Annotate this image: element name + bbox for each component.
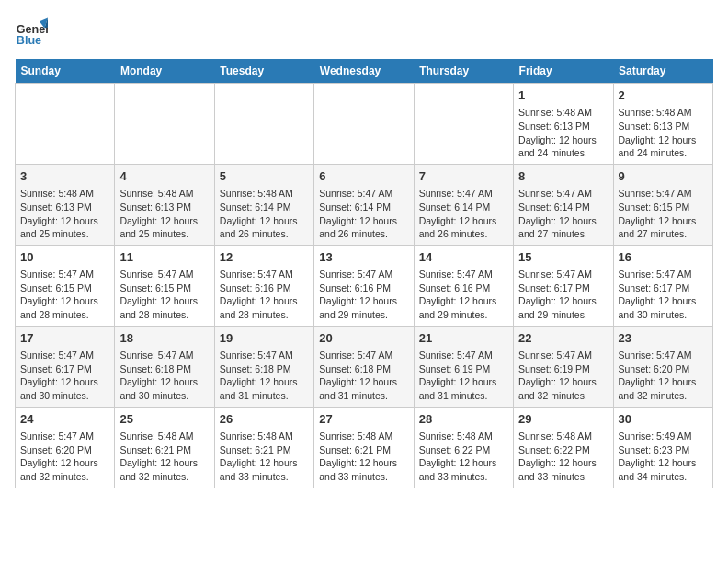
cell-content: Sunrise: 5:47 AM — [419, 349, 508, 362]
day-number: 11 — [119, 249, 209, 266]
cell-content: Daylight: 12 hours and 27 minutes. — [619, 214, 708, 241]
cell-content: Sunset: 6:16 PM — [319, 282, 408, 295]
cell-content: Sunset: 6:18 PM — [119, 362, 209, 376]
calendar-cell: 12Sunrise: 5:47 AMSunset: 6:16 PMDayligh… — [214, 245, 313, 326]
cell-content: Sunrise: 5:48 AM — [220, 187, 309, 201]
cell-content: Daylight: 12 hours and 26 minutes. — [319, 214, 408, 241]
cell-content: Daylight: 12 hours and 28 minutes. — [119, 294, 209, 321]
cell-content: Daylight: 12 hours and 30 minutes. — [119, 375, 209, 402]
calendar-table: SundayMondayTuesdayWednesdayThursdayFrid… — [15, 59, 713, 488]
cell-content: Sunrise: 5:47 AM — [119, 349, 209, 362]
day-number: 13 — [319, 249, 408, 266]
calendar-cell: 5Sunrise: 5:48 AMSunset: 6:14 PMDaylight… — [214, 164, 313, 245]
cell-content: Sunset: 6:18 PM — [319, 362, 408, 376]
cell-content: Sunset: 6:17 PM — [619, 282, 708, 295]
calendar-cell: 13Sunrise: 5:47 AMSunset: 6:16 PMDayligh… — [314, 245, 414, 326]
cell-content: Daylight: 12 hours and 33 minutes. — [220, 456, 309, 483]
day-number: 25 — [119, 411, 209, 428]
cell-content: Sunset: 6:20 PM — [619, 362, 708, 376]
day-number: 3 — [20, 168, 109, 185]
calendar-cell: 4Sunrise: 5:48 AMSunset: 6:13 PMDaylight… — [115, 164, 214, 245]
day-number: 8 — [518, 168, 608, 185]
calendar-cell: 1Sunrise: 5:48 AMSunset: 6:13 PMDaylight… — [514, 84, 613, 165]
cell-content: Daylight: 12 hours and 32 minutes. — [518, 375, 608, 402]
header-sunday: Sunday — [16, 59, 115, 84]
cell-content: Daylight: 12 hours and 31 minutes. — [319, 375, 408, 402]
calendar-cell — [16, 84, 115, 165]
cell-content: Daylight: 12 hours and 25 minutes. — [119, 214, 209, 241]
cell-content: Sunset: 6:14 PM — [319, 201, 408, 214]
day-number: 7 — [419, 168, 508, 185]
cell-content: Daylight: 12 hours and 28 minutes. — [20, 294, 109, 321]
cell-content: Sunrise: 5:47 AM — [619, 349, 708, 362]
cell-content: Sunrise: 5:47 AM — [518, 187, 608, 201]
cell-content: Sunrise: 5:48 AM — [119, 187, 209, 201]
calendar-cell: 3Sunrise: 5:48 AMSunset: 6:13 PMDaylight… — [16, 164, 115, 245]
cell-content: Daylight: 12 hours and 26 minutes. — [419, 214, 508, 241]
day-number: 28 — [419, 411, 508, 428]
cell-content: Daylight: 12 hours and 24 minutes. — [518, 133, 608, 160]
day-number: 17 — [20, 330, 109, 347]
header-tuesday: Tuesday — [214, 59, 313, 84]
cell-content: Sunrise: 5:47 AM — [119, 268, 209, 282]
calendar-cell: 11Sunrise: 5:47 AMSunset: 6:15 PMDayligh… — [115, 245, 214, 326]
calendar-cell: 23Sunrise: 5:47 AMSunset: 6:20 PMDayligh… — [613, 326, 712, 407]
day-number: 20 — [319, 330, 408, 347]
calendar-cell: 25Sunrise: 5:48 AMSunset: 6:21 PMDayligh… — [115, 407, 214, 488]
calendar-cell: 7Sunrise: 5:47 AMSunset: 6:14 PMDaylight… — [414, 164, 513, 245]
calendar-header: SundayMondayTuesdayWednesdayThursdayFrid… — [16, 59, 713, 84]
cell-content: Sunrise: 5:47 AM — [419, 187, 508, 201]
cell-content: Sunset: 6:22 PM — [419, 443, 508, 457]
day-number: 5 — [220, 168, 309, 185]
day-number: 29 — [518, 411, 608, 428]
day-number: 22 — [518, 330, 608, 347]
cell-content: Sunset: 6:13 PM — [518, 120, 608, 133]
calendar-cell: 17Sunrise: 5:47 AMSunset: 6:17 PMDayligh… — [16, 326, 115, 407]
cell-content: Sunset: 6:21 PM — [319, 443, 408, 457]
header-wednesday: Wednesday — [314, 59, 414, 84]
calendar-cell: 6Sunrise: 5:47 AMSunset: 6:14 PMDaylight… — [314, 164, 414, 245]
cell-content: Sunrise: 5:48 AM — [518, 106, 608, 120]
cell-content: Daylight: 12 hours and 28 minutes. — [220, 294, 309, 321]
cell-content: Sunrise: 5:47 AM — [319, 187, 408, 201]
cell-content: Daylight: 12 hours and 29 minutes. — [319, 294, 408, 321]
svg-text:Blue: Blue — [17, 34, 41, 47]
cell-content: Sunset: 6:17 PM — [518, 282, 608, 295]
day-number: 21 — [419, 330, 508, 347]
day-number: 15 — [518, 249, 608, 266]
day-number: 10 — [20, 249, 109, 266]
day-number: 19 — [220, 330, 309, 347]
day-number: 23 — [619, 330, 708, 347]
cell-content: Daylight: 12 hours and 33 minutes. — [419, 456, 508, 483]
day-number: 27 — [319, 411, 408, 428]
day-number: 4 — [119, 168, 209, 185]
cell-content: Sunrise: 5:47 AM — [319, 268, 408, 282]
cell-content: Sunrise: 5:47 AM — [619, 268, 708, 282]
calendar-cell: 2Sunrise: 5:48 AMSunset: 6:13 PMDaylight… — [613, 84, 712, 165]
cell-content: Sunset: 6:14 PM — [518, 201, 608, 214]
cell-content: Sunset: 6:16 PM — [220, 282, 309, 295]
cell-content: Sunset: 6:15 PM — [119, 282, 209, 295]
calendar-cell — [314, 84, 414, 165]
cell-content: Daylight: 12 hours and 25 minutes. — [20, 214, 109, 241]
calendar-cell — [115, 84, 214, 165]
cell-content: Sunset: 6:17 PM — [20, 362, 109, 376]
cell-content: Sunset: 6:15 PM — [619, 201, 708, 214]
cell-content: Sunset: 6:22 PM — [518, 443, 608, 457]
calendar-cell: 8Sunrise: 5:47 AMSunset: 6:14 PMDaylight… — [514, 164, 613, 245]
cell-content: Sunrise: 5:48 AM — [518, 430, 608, 443]
cell-content: Sunset: 6:16 PM — [419, 282, 508, 295]
cell-content: Sunrise: 5:49 AM — [619, 430, 708, 443]
calendar-cell: 26Sunrise: 5:48 AMSunset: 6:21 PMDayligh… — [214, 407, 313, 488]
cell-content: Sunrise: 5:48 AM — [619, 106, 708, 120]
cell-content: Sunrise: 5:47 AM — [220, 268, 309, 282]
cell-content: Sunrise: 5:48 AM — [220, 430, 309, 443]
cell-content: Sunrise: 5:48 AM — [20, 187, 109, 201]
cell-content: Sunrise: 5:48 AM — [419, 430, 508, 443]
cell-content: Sunrise: 5:47 AM — [518, 268, 608, 282]
calendar-cell: 30Sunrise: 5:49 AMSunset: 6:23 PMDayligh… — [613, 407, 712, 488]
calendar-cell: 14Sunrise: 5:47 AMSunset: 6:16 PMDayligh… — [414, 245, 513, 326]
day-number: 12 — [220, 249, 309, 266]
cell-content: Sunrise: 5:47 AM — [419, 268, 508, 282]
cell-content: Daylight: 12 hours and 33 minutes. — [518, 456, 608, 483]
